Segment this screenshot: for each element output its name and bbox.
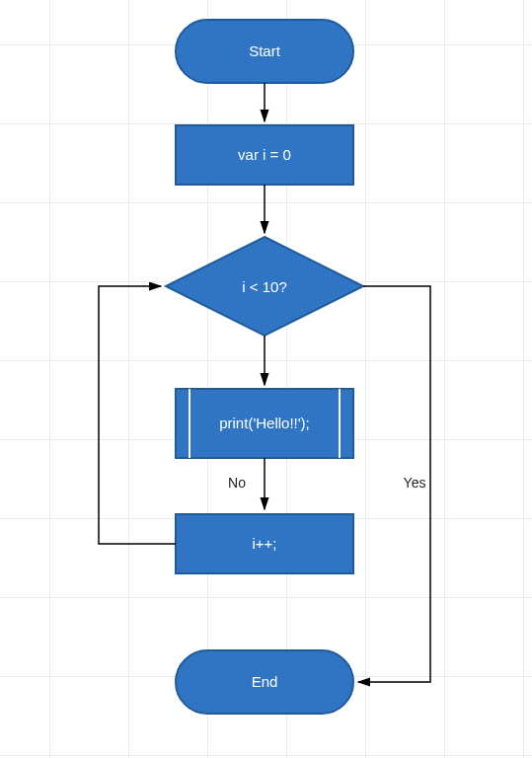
node-end[interactable]: End — [176, 650, 353, 714]
node-print[interactable]: print('Hello!!'); — [176, 389, 353, 458]
node-condition-label: i < 10? — [242, 278, 286, 295]
edge-yes-label: Yes — [404, 475, 426, 491]
node-increment[interactable]: i++; — [176, 514, 353, 573]
flowchart-svg: Start var i = 0 i < 10? print('Hello!!')… — [0, 0, 532, 758]
node-condition[interactable]: i < 10? — [166, 237, 363, 336]
node-init[interactable]: var i = 0 — [176, 125, 353, 185]
node-increment-label: i++; — [252, 535, 276, 552]
node-init-label: var i = 0 — [238, 146, 291, 163]
edge-no-label: No — [228, 475, 246, 491]
node-start-label: Start — [249, 42, 281, 59]
node-print-label: print('Hello!!'); — [219, 415, 310, 431]
node-start[interactable]: Start — [176, 20, 353, 83]
node-end-label: End — [252, 673, 278, 690]
edge-loop-back — [99, 286, 176, 544]
